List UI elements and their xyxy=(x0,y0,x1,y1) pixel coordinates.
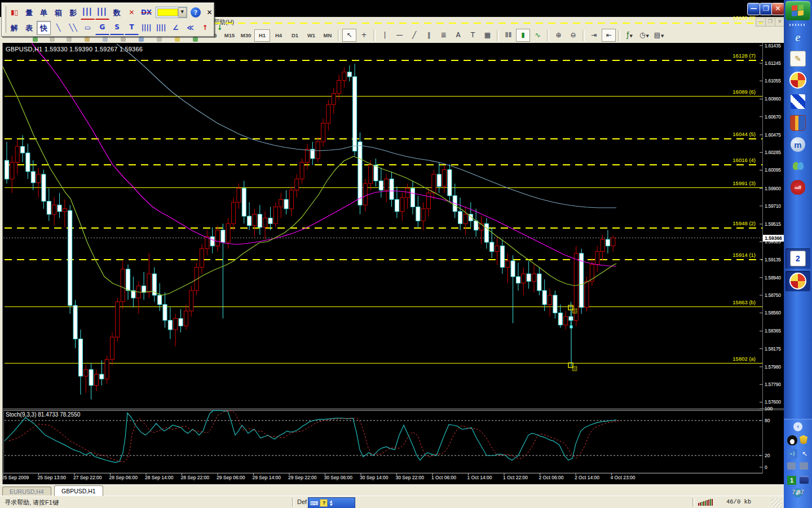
chart-shift-button[interactable]: ⇤ xyxy=(602,29,616,42)
quick-launch-slot[interactable] xyxy=(788,114,807,132)
period-button-mn[interactable]: MN xyxy=(320,29,336,42)
tool-单[interactable]: 单 xyxy=(37,6,51,20)
task-window-button-swirl-active[interactable] xyxy=(785,271,810,291)
speed-tool[interactable]: S xyxy=(110,20,124,35)
swirl-active-icon[interactable] xyxy=(789,273,806,290)
scanner-icon[interactable] xyxy=(787,462,796,470)
candle-tool[interactable]: ▮▯ xyxy=(7,6,21,20)
time-tool[interactable]: T xyxy=(125,20,139,35)
period-button-h4[interactable]: H4 xyxy=(271,29,286,42)
chart-tab-gbpusd-h1[interactable]: GBPUSD,H1 xyxy=(54,485,103,496)
histogram-1[interactable]: ⎢⎢⎢ xyxy=(81,5,95,20)
odl-icon[interactable]: odl xyxy=(791,180,805,195)
shield-icon[interactable] xyxy=(800,435,807,444)
auto-scroll-button[interactable]: ⇥ xyxy=(587,29,601,42)
arrow-down-tool[interactable]: ↓ xyxy=(213,21,227,35)
task-window-button-doc-2[interactable]: 2 xyxy=(785,248,810,269)
period-button-h1[interactable]: H1 xyxy=(254,29,270,42)
text-label-button[interactable]: T xyxy=(466,29,480,42)
level-line-161688[interactable] xyxy=(213,23,762,24)
maximize-button[interactable]: ❐ xyxy=(760,3,773,15)
doc-2-icon[interactable]: 2 xyxy=(790,251,806,266)
angle-tool[interactable]: ∠ xyxy=(169,21,183,35)
child-minimize-button[interactable]: — xyxy=(756,17,766,27)
quick-launch-slot[interactable]: e xyxy=(788,28,807,46)
tool-快[interactable]: 快 xyxy=(37,21,51,35)
floating-toolbar[interactable]: ▮▯量单箱影⎢⎢⎢⎢⎢⎢数✕DX▼?✕ 解表快╲╲╲▭GST||||||||∠≪… xyxy=(1,2,214,37)
color-dropdown-button[interactable]: ▼ xyxy=(178,7,187,17)
help-button[interactable]: ? xyxy=(191,7,201,17)
shapes-button[interactable]: ▦ xyxy=(480,29,495,42)
ime-help-icon[interactable]: ? xyxy=(320,499,328,507)
histogram-2[interactable]: ⎢⎢⎢ xyxy=(95,5,109,20)
text-button[interactable]: A xyxy=(451,29,465,42)
ie-icon[interactable]: e xyxy=(791,30,805,45)
period-menu-button[interactable]: ◷▼ xyxy=(637,29,651,42)
parallel-lines-tool[interactable]: ╲╲ xyxy=(66,21,80,35)
tool-解[interactable]: 解 xyxy=(7,21,21,35)
close-toolbar-button[interactable]: ✕ xyxy=(202,6,217,20)
period-button-w1[interactable]: W1 xyxy=(303,29,319,42)
notepad-icon[interactable]: ✎ xyxy=(790,51,806,67)
paint-icon[interactable] xyxy=(790,115,806,131)
keyboard-icon[interactable]: ⌨ xyxy=(310,500,318,506)
printer-icon[interactable] xyxy=(800,462,808,470)
chart-tab-eurusd-h4[interactable]: EURUSD,H4 xyxy=(2,487,51,496)
notebook-icon[interactable] xyxy=(800,476,809,484)
tool-箱[interactable]: 箱 xyxy=(51,6,65,20)
swirl-icon[interactable] xyxy=(789,72,806,89)
line-color-picker[interactable]: ▼ xyxy=(156,7,187,18)
delete-dx[interactable]: DX xyxy=(139,6,153,20)
cursor-button[interactable]: ↖ xyxy=(342,29,356,42)
delete-cross[interactable]: ✕ xyxy=(125,6,139,20)
indicators-button[interactable]: ƒ▼ xyxy=(623,29,637,42)
quick-launch-slot[interactable] xyxy=(788,157,807,175)
tool-数[interactable]: 数 xyxy=(110,6,124,20)
tool-表[interactable]: 表 xyxy=(22,21,36,35)
toolbar-grip[interactable] xyxy=(3,6,6,33)
taskbar-clock[interactable]: 7:07 xyxy=(784,489,812,496)
quick-launch-slot[interactable] xyxy=(788,93,807,111)
tool-量[interactable]: 量 xyxy=(22,6,36,20)
period-button-d1[interactable]: D1 xyxy=(287,29,303,42)
fibonacci-button[interactable]: ≣ xyxy=(436,29,451,42)
vlines-tool-1[interactable]: |||| xyxy=(139,21,153,35)
qq-icon[interactable] xyxy=(787,435,797,445)
quick-launch-slot[interactable]: odl xyxy=(788,178,807,196)
crosshair-button[interactable]: + xyxy=(357,29,371,42)
rectangle-tool[interactable]: ▭ xyxy=(81,21,95,35)
fan-tool[interactable]: ≪ xyxy=(183,21,197,35)
status-profile[interactable]: Def xyxy=(297,498,307,505)
chart-canvas[interactable] xyxy=(0,43,784,484)
network-icon[interactable]: ⌁) xyxy=(787,449,797,459)
quick-launch-slot[interactable]: m xyxy=(788,135,807,154)
vlines-tool-2[interactable]: |||| xyxy=(154,21,168,35)
vertical-line-button[interactable]: | xyxy=(378,29,392,42)
messenger-icon[interactable] xyxy=(791,159,805,173)
desktop-icon[interactable] xyxy=(791,94,805,109)
arrow-up-tool[interactable]: ↑ xyxy=(198,21,212,35)
quick-launch-slot[interactable]: ✎ xyxy=(788,50,807,68)
trendline-button[interactable]: ╱ xyxy=(407,29,421,42)
template-menu-button[interactable]: ▤▼ xyxy=(652,29,666,42)
tool-影[interactable]: 影 xyxy=(66,6,80,20)
line-chart-button[interactable]: ∿ xyxy=(531,29,545,42)
pointer-icon[interactable]: ↖ xyxy=(800,449,810,459)
chart-window[interactable]: GBPUSD,H1 1.59330 1.59390 1.59267 1.5936… xyxy=(0,43,784,484)
candlestick-chart-button[interactable]: ▮ xyxy=(516,29,530,42)
calendar-icon[interactable]: 1 xyxy=(787,476,796,485)
gann-tool[interactable]: G xyxy=(95,20,109,35)
maxthon-icon[interactable]: m xyxy=(791,137,805,152)
ime-spinner[interactable]: ▲▼ xyxy=(329,500,332,506)
hide-chevron-icon[interactable]: ‹ xyxy=(793,422,802,431)
line-tool[interactable]: ╲ xyxy=(51,21,65,35)
bar-chart-button[interactable]: ⅡⅡ xyxy=(501,29,515,42)
close-button[interactable]: ✕ xyxy=(771,3,784,15)
zoom-in-button[interactable]: ⊕ xyxy=(551,29,566,42)
period-button-m30[interactable]: M30 xyxy=(238,29,254,42)
start-button[interactable] xyxy=(785,1,810,20)
child-restore-button[interactable]: ❐ xyxy=(765,17,775,27)
equidistant-channel-button[interactable]: ∥ xyxy=(422,29,436,42)
quick-launch-slot[interactable] xyxy=(788,71,807,89)
zoom-out-button[interactable]: ⊖ xyxy=(566,29,580,42)
